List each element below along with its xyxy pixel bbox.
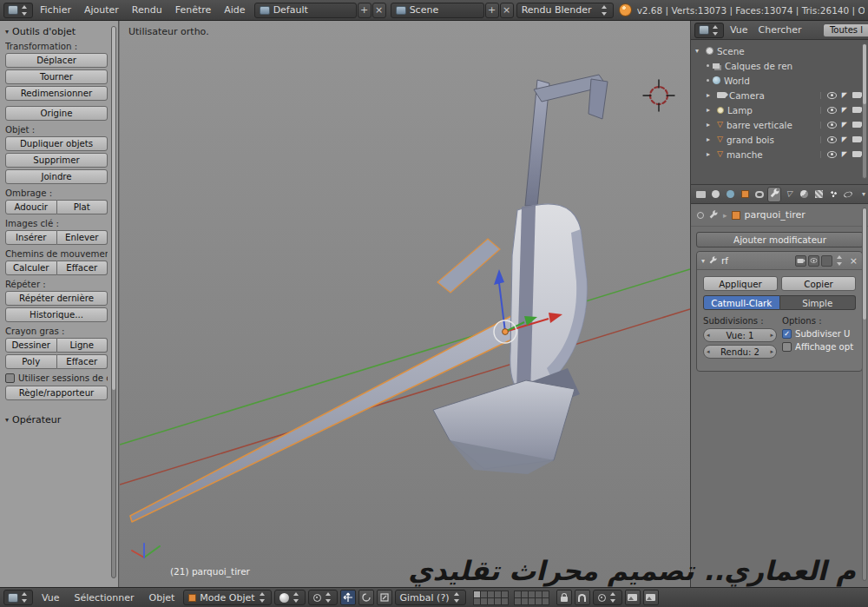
renderable-camera-icon[interactable] xyxy=(852,92,861,98)
modifier-header[interactable]: ▾ rf × xyxy=(697,252,862,270)
add-layout-button[interactable]: + xyxy=(358,3,372,18)
modifier-reorder-spinner-icon[interactable] xyxy=(836,254,844,267)
expand-arrow-icon[interactable]: ▸ xyxy=(707,135,713,143)
outliner-row-renderlayers[interactable]: Calques de ren xyxy=(695,58,866,73)
outliner-row-scene[interactable]: ▾ Scene xyxy=(695,43,866,58)
properties-scrollbar[interactable] xyxy=(862,208,867,581)
orientation-dropdown[interactable]: Gimbal (?) xyxy=(395,590,466,605)
cursor-3d[interactable] xyxy=(643,80,674,111)
ruler-protractor-button[interactable]: Règle/rapporteur xyxy=(5,386,108,400)
shade-smooth-button[interactable]: Adoucir xyxy=(5,200,57,214)
outliner-row-grand-bois[interactable]: ▸ ▽ grand bois ◤ xyxy=(695,132,866,147)
outliner-item-label[interactable]: barre verticale xyxy=(727,120,792,130)
outliner-row-lamp[interactable]: ▸ Lamp ◤ xyxy=(695,102,866,117)
translate-button[interactable]: Déplacer xyxy=(5,53,108,68)
remove-keyframe-button[interactable]: Enlever xyxy=(57,230,108,245)
menu-rendu[interactable]: Rendu xyxy=(126,3,168,17)
render-engine-dropdown[interactable]: Rendu Blender xyxy=(516,3,614,18)
editor-type-button[interactable] xyxy=(3,3,33,18)
outliner-editor-type-button[interactable] xyxy=(694,23,724,38)
modifier-view-toggle[interactable] xyxy=(808,255,819,267)
opengl-render-anim-button[interactable] xyxy=(643,590,659,605)
delete-scene-button[interactable]: × xyxy=(500,3,514,18)
tab-render[interactable] xyxy=(694,187,707,202)
render-subdivisions-field[interactable]: Rendu: 2 xyxy=(703,345,777,359)
modifier-delete-icon[interactable]: × xyxy=(850,256,858,266)
shading-dropdown[interactable] xyxy=(274,590,306,605)
expand-arrow-icon[interactable]: ▸ xyxy=(707,91,713,99)
tabs-overflow-icon[interactable]: ▾ xyxy=(862,190,865,198)
expand-arrow-icon[interactable]: ▸ xyxy=(707,121,713,129)
subdivide-uv-checkbox[interactable]: ✓ xyxy=(782,329,792,339)
delete-button[interactable]: Supprimer xyxy=(5,153,108,168)
optimal-display-checkbox[interactable] xyxy=(782,342,792,352)
origin-button[interactable]: Origine xyxy=(5,106,108,121)
add-modifier-dropdown[interactable]: Ajouter modificateur xyxy=(696,232,864,247)
gp-poly-button[interactable]: Poly xyxy=(5,354,57,369)
outliner-row-camera[interactable]: ▸ Camera ◤ xyxy=(695,88,866,102)
renderable-camera-icon[interactable] xyxy=(852,122,861,128)
delete-layout-button[interactable]: × xyxy=(372,3,386,18)
viewport-editor-type-button[interactable] xyxy=(3,590,33,605)
repeat-last-button[interactable]: Répéter dernière xyxy=(5,291,108,306)
expand-arrow-icon[interactable]: ▾ xyxy=(695,47,702,55)
shade-flat-button[interactable]: Plat xyxy=(57,200,108,214)
plow-model[interactable] xyxy=(130,75,608,522)
renderable-camera-icon[interactable] xyxy=(852,136,861,142)
renderable-camera-icon[interactable] xyxy=(852,151,861,157)
tab-particles[interactable] xyxy=(826,187,840,202)
layers-grid-2[interactable] xyxy=(514,591,549,605)
visibility-eye-icon[interactable] xyxy=(827,92,837,99)
toolshelf-scrollbar[interactable] xyxy=(111,26,116,578)
tab-scene[interactable] xyxy=(708,187,722,202)
gp-sessions-checkbox[interactable] xyxy=(5,373,15,383)
insert-keyframe-button[interactable]: Insérer xyxy=(5,230,57,245)
outliner-item-label[interactable]: Camera xyxy=(729,90,765,101)
scene-field[interactable]: Scene xyxy=(391,3,484,18)
tab-world[interactable] xyxy=(723,187,737,202)
catmull-clark-option[interactable]: Catmull-Clark xyxy=(703,295,780,310)
modifier-render-toggle[interactable] xyxy=(795,255,806,267)
gp-erase-button[interactable]: Effacer xyxy=(57,354,108,369)
snap-element-dropdown[interactable] xyxy=(593,590,622,605)
gp-draw-button[interactable]: Dessiner xyxy=(5,338,57,353)
history-button[interactable]: Historique... xyxy=(5,307,108,322)
viewport-canvas[interactable] xyxy=(120,21,690,587)
viewport-3d[interactable]: Utilisateur ortho. (21) parquoi_tirer xyxy=(120,21,690,587)
add-scene-button[interactable]: + xyxy=(485,3,499,18)
tab-modifiers[interactable] xyxy=(767,187,781,202)
simple-option[interactable]: Simple xyxy=(780,295,857,310)
lock-to-scene-button[interactable] xyxy=(556,590,572,605)
expand-arrow-icon[interactable]: ▸ xyxy=(707,150,713,158)
tab-constraints[interactable] xyxy=(753,187,766,202)
visibility-eye-icon[interactable] xyxy=(827,107,837,114)
pin-icon[interactable] xyxy=(697,212,704,219)
manipulator-scale-button[interactable] xyxy=(377,590,392,605)
expand-arrow-icon[interactable]: ▸ xyxy=(707,106,713,114)
pivot-dropdown[interactable] xyxy=(308,590,338,605)
screen-layout-field[interactable]: Default xyxy=(254,3,357,18)
outliner-row-manche[interactable]: ▸ ▽ manche ◤ xyxy=(695,147,866,162)
object-tools-panel-header[interactable]: ▾ Outils d'objet xyxy=(5,26,108,37)
tab-texture[interactable] xyxy=(812,187,825,202)
viewport-menu-objet[interactable]: Objet xyxy=(143,591,181,605)
modifier-apply-button[interactable]: Appliquer xyxy=(703,276,778,291)
join-button[interactable]: Joindre xyxy=(5,169,108,184)
menu-fenetre[interactable]: Fenêtre xyxy=(169,3,218,17)
outliner-display-filter[interactable]: Toutes l xyxy=(823,23,868,37)
tab-physics[interactable] xyxy=(841,187,855,202)
renderable-camera-icon[interactable] xyxy=(852,107,861,113)
modifier-expand-icon[interactable]: ▾ xyxy=(701,257,705,265)
snap-toggle-button[interactable] xyxy=(575,590,590,605)
calculate-paths-button[interactable]: Calculer xyxy=(5,261,57,275)
menu-aide[interactable]: Aide xyxy=(218,3,251,17)
tab-object[interactable] xyxy=(738,187,752,202)
outliner-item-label[interactable]: World xyxy=(724,76,750,86)
gp-line-button[interactable]: Ligne xyxy=(57,338,108,353)
scale-button[interactable]: Redimensionner xyxy=(5,86,108,101)
outliner-item-label[interactable]: Lamp xyxy=(727,105,753,115)
mode-dropdown[interactable]: Mode Objet xyxy=(183,590,271,605)
outliner-item-label[interactable]: manche xyxy=(727,149,763,160)
visibility-eye-icon[interactable] xyxy=(827,122,837,129)
tab-object-data[interactable]: ▽ xyxy=(782,187,796,202)
